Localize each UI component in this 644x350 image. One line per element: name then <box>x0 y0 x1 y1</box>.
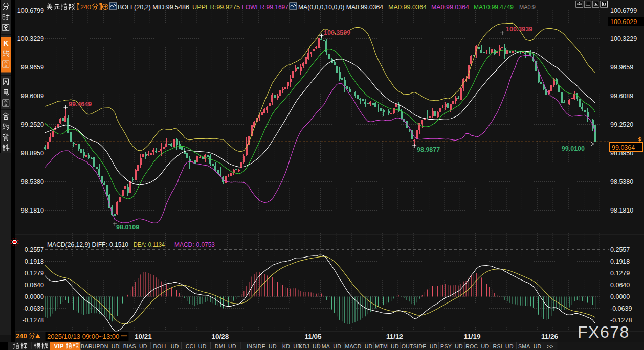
svg-text:K: K <box>3 39 9 48</box>
svg-text:LOWER:99.1697: LOWER:99.1697 <box>242 3 288 11</box>
svg-text:98.1810: 98.1810 <box>21 207 44 214</box>
svg-text:99.6089: 99.6089 <box>21 92 44 100</box>
svg-text:DMI_UD: DMI_UD <box>215 343 236 349</box>
svg-text:BARUPDN_UD: BARUPDN_UD <box>81 343 119 349</box>
svg-text:-0.0639: -0.0639 <box>23 305 44 312</box>
svg-text:CCI_UD: CCI_UD <box>186 343 207 349</box>
svg-text:MACD:-0.0753: MACD:-0.0753 <box>174 241 215 248</box>
svg-text:OUTSIDE_UD: OUTSIDE_UD <box>402 343 438 349</box>
svg-text:MA0:9: MA0:9 <box>519 3 536 11</box>
svg-text:98.1810: 98.1810 <box>610 207 633 214</box>
svg-text:VIP: VIP <box>54 343 63 350</box>
svg-text:0.1918: 0.1918 <box>610 258 630 265</box>
svg-text:98.5380: 98.5380 <box>21 178 44 185</box>
svg-text:99.6089: 99.6089 <box>610 92 633 100</box>
svg-text:PSY_UD: PSY_UD <box>440 343 463 349</box>
svg-text:99.2520: 99.2520 <box>21 121 44 128</box>
svg-text:98.0109: 98.0109 <box>116 224 139 231</box>
svg-text:100.3229: 100.3229 <box>17 35 44 42</box>
svg-text:MA0:99.0364: MA0:99.0364 <box>431 3 469 11</box>
svg-text:KDJ_UD: KDJ_UD <box>299 343 321 349</box>
svg-text:0.1918: 0.1918 <box>25 258 44 265</box>
svg-text:0.1279: 0.1279 <box>610 270 630 277</box>
svg-text:10/28: 10/28 <box>212 333 229 340</box>
svg-text:MACD_UD: MACD_UD <box>345 343 372 349</box>
svg-text:240: 240 <box>16 332 27 340</box>
svg-text:MACD(26,12,9) DIFF:-0.1510: MACD(26,12,9) DIFF:-0.1510 <box>47 241 128 248</box>
svg-text:RSI_UD: RSI_UD <box>493 343 514 349</box>
svg-text:11/05: 11/05 <box>304 333 322 340</box>
svg-text:SMA_UD: SMA_UD <box>518 343 542 349</box>
svg-text:98.8950: 98.8950 <box>21 150 44 157</box>
svg-text:2025/10/13 09:00~13:00: 2025/10/13 09:00~13:00 <box>47 333 119 340</box>
svg-text:98.9877: 98.9877 <box>417 146 440 153</box>
svg-text:10/21: 10/21 <box>135 333 152 340</box>
svg-text:MA(0,0,0,10,0,0) MA0:99.0364: MA(0,0,0,10,0,0) MA0:99.0364 <box>298 3 383 11</box>
svg-text:100.3939: 100.3939 <box>506 26 532 33</box>
svg-text:240: 240 <box>80 3 91 11</box>
svg-text:DEA:-0.1134: DEA:-0.1134 <box>134 241 165 248</box>
svg-text:-0.0639: -0.0639 <box>610 305 632 312</box>
svg-text:ROC_UD: ROC_UD <box>465 343 489 349</box>
svg-text:0.0000: 0.0000 <box>25 293 44 300</box>
svg-text:UPPER:99.9275: UPPER:99.9275 <box>192 3 240 11</box>
svg-text:99.0100: 99.0100 <box>562 145 585 152</box>
svg-text:99.9659: 99.9659 <box>610 64 633 71</box>
svg-text:99.9659: 99.9659 <box>21 64 44 71</box>
svg-text:BIAS_UD: BIAS_UD <box>123 343 147 349</box>
svg-text:MA0:99.0364: MA0:99.0364 <box>388 3 427 11</box>
svg-text:0.2557: 0.2557 <box>610 246 630 253</box>
svg-text:98.5380: 98.5380 <box>610 178 633 185</box>
svg-text:11/19: 11/19 <box>463 333 480 340</box>
svg-text:11/26: 11/26 <box>541 333 559 340</box>
svg-text:0.0000: 0.0000 <box>610 293 630 300</box>
svg-text:BOLL(20,2) MID:99.5486: BOLL(20,2) MID:99.5486 <box>118 3 189 11</box>
svg-text:100.6799: 100.6799 <box>610 7 637 14</box>
svg-text:100.6799: 100.6799 <box>17 7 44 14</box>
svg-text:MA10:99.4749: MA10:99.4749 <box>474 3 514 11</box>
svg-text:99.0364: 99.0364 <box>612 144 635 151</box>
svg-text:FX678: FX678 <box>578 323 630 341</box>
svg-text:11/12: 11/12 <box>386 333 403 340</box>
svg-text:100.3229: 100.3229 <box>610 35 637 42</box>
svg-text:100.3599: 100.3599 <box>324 29 350 36</box>
svg-text:0.0640: 0.0640 <box>610 282 630 289</box>
svg-text:99.2520: 99.2520 <box>610 121 633 128</box>
svg-text:0.0640: 0.0640 <box>25 282 44 289</box>
svg-text:MTM_UD: MTM_UD <box>375 343 399 349</box>
svg-text:99.4649: 99.4649 <box>69 101 92 108</box>
svg-text:100.6029: 100.6029 <box>610 18 637 26</box>
svg-text:-0.1278: -0.1278 <box>23 317 44 324</box>
svg-text:>>: >> <box>547 343 553 349</box>
svg-text:INSIDE_UD: INSIDE_UD <box>247 343 277 349</box>
svg-text:0.2557: 0.2557 <box>25 246 44 253</box>
svg-text:BOLL_UD: BOLL_UD <box>153 343 179 349</box>
svg-text:MA_UD: MA_UD <box>322 343 341 349</box>
svg-text:0.1279: 0.1279 <box>25 270 44 277</box>
